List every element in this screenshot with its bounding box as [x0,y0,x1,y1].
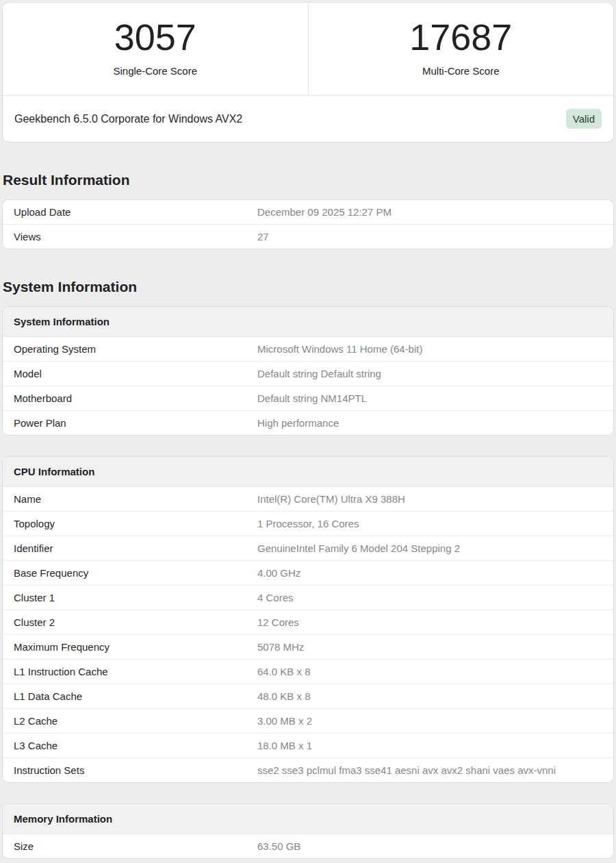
row-label: Topology [3,512,257,536]
row-label: Views [3,225,257,249]
valid-status-badge: Valid [566,109,602,129]
row-value: 18.0 MB x 1 [257,734,613,758]
row-label: Power Plan [3,411,257,435]
row-value: 63.50 GB [257,834,613,858]
row-label: Motherboard [3,386,257,410]
score-row: 3057 Single-Core Score 17687 Multi-Core … [3,3,613,96]
table-row: Motherboard Default string NM14PTL [3,386,613,410]
table-row: Cluster 1 4 Cores [3,585,613,610]
row-label: L3 Cache [3,734,257,758]
multi-core-score-cell: 17687 Multi-Core Score [309,3,614,95]
row-label: Maximum Frequency [3,635,257,659]
cpu-information-table: CPU Information Name Intel(R) Core(TM) U… [2,456,614,783]
table-row: Power Plan High performance [3,410,613,435]
row-label: Upload Date [3,200,257,224]
table-row: Operating System Microsoft Windows 11 Ho… [3,337,613,361]
table-row: L2 Cache 3.00 MB x 2 [3,708,613,733]
row-value: 48.0 KB x 8 [257,684,613,708]
row-label: Base Frequency [3,561,257,585]
row-value: Default string NM14PTL [257,386,613,410]
row-label: Instruction Sets [3,758,257,782]
row-value: 4.00 GHz [257,561,613,585]
row-value: 1 Processor, 16 Cores [257,512,613,536]
result-information-heading: Result Information [3,172,614,188]
single-core-score-label: Single-Core Score [3,65,308,77]
row-label: L1 Instruction Cache [3,660,257,684]
table-row: L3 Cache 18.0 MB x 1 [3,733,613,758]
row-label: Model [3,362,257,386]
row-value: Microsoft Windows 11 Home (64-bit) [257,337,613,361]
cpu-table-caption: CPU Information [3,457,613,487]
table-row: Upload Date December 09 2025 12:27 PM [3,200,613,224]
table-row: Base Frequency 4.00 GHz [3,560,613,585]
row-value: December 09 2025 12:27 PM [257,200,613,224]
table-row: Name Intel(R) Core(TM) Ultra X9 388H [3,487,613,511]
row-value: High performance [257,411,613,435]
row-label: Operating System [3,337,257,361]
table-row: L1 Instruction Cache 64.0 KB x 8 [3,659,613,684]
version-bar: Geekbench 6.5.0 Corporate for Windows AV… [3,96,613,142]
row-value: Intel(R) Core(TM) Ultra X9 388H [257,487,613,511]
multi-core-score-label: Multi-Core Score [309,65,614,77]
row-label: L1 Data Cache [3,684,257,708]
table-row: Size 63.50 GB [3,834,613,858]
row-value: 27 [257,225,613,249]
table-row: Topology 1 Processor, 16 Cores [3,511,613,536]
row-value: 12 Cores [257,610,613,634]
score-header-card: 3057 Single-Core Score 17687 Multi-Core … [2,2,614,142]
system-information-table: System Information Operating System Micr… [2,306,614,436]
geekbench-version-text: Geekbench 6.5.0 Corporate for Windows AV… [14,113,242,125]
row-label: Cluster 2 [3,610,257,634]
row-value: 4 Cores [257,586,613,610]
table-row: Cluster 2 12 Cores [3,610,613,634]
result-information-table: Upload Date December 09 2025 12:27 PM Vi… [2,199,614,249]
row-label: Identifier [3,536,257,560]
memory-information-table: Memory Information Size 63.50 GB [2,803,614,859]
row-value: 3.00 MB x 2 [257,709,613,733]
single-core-score-cell: 3057 Single-Core Score [3,3,309,95]
table-row: Instruction Sets sse2 sse3 pclmul fma3 s… [3,758,613,782]
table-row: Maximum Frequency 5078 MHz [3,634,613,659]
system-table-caption: System Information [3,307,613,337]
row-label: Cluster 1 [3,586,257,610]
table-row: Identifier GenuineIntel Family 6 Model 2… [3,536,613,560]
row-value: 5078 MHz [257,635,613,659]
table-row: Model Default string Default string [3,361,613,386]
single-core-score-value: 3057 [3,18,308,55]
row-value: sse2 sse3 pclmul fma3 sse41 aesni avx av… [257,758,613,782]
memory-table-caption: Memory Information [3,804,613,834]
row-value: 64.0 KB x 8 [257,660,613,684]
row-value: Default string Default string [257,362,613,386]
row-label: L2 Cache [3,709,257,733]
table-row: Views 27 [3,224,613,249]
multi-core-score-value: 17687 [309,18,614,55]
row-label: Name [3,487,257,511]
row-label: Size [3,834,257,858]
system-information-heading: System Information [3,279,614,295]
row-value: GenuineIntel Family 6 Model 204 Stepping… [257,536,613,560]
table-row: L1 Data Cache 48.0 KB x 8 [3,684,613,708]
geekbench-result-page: 3057 Single-Core Score 17687 Multi-Core … [0,0,616,859]
